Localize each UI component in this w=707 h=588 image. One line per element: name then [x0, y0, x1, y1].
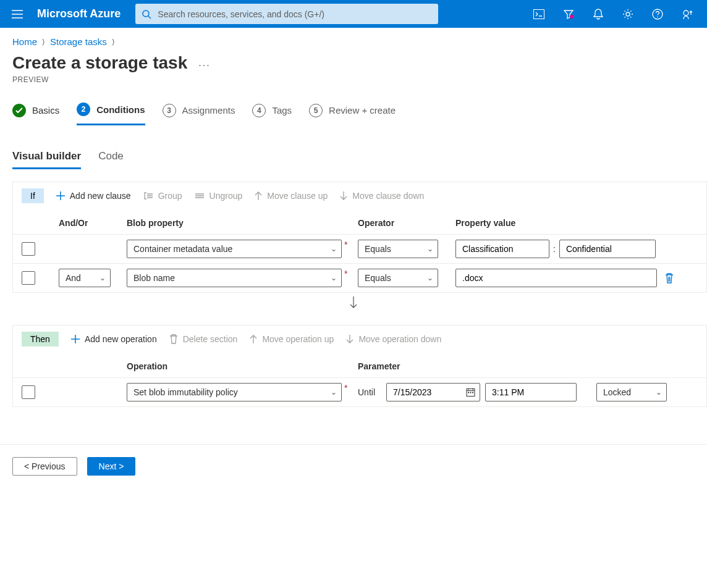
group-button: Group	[143, 191, 182, 201]
check-icon	[12, 104, 26, 117]
header-parameter: Parameter	[358, 361, 400, 371]
subtabs: Visual builder Code	[0, 125, 707, 169]
if-panel: If Add new clause Group Ungroup Move cla…	[12, 182, 707, 293]
step-tags[interactable]: 4 Tags	[252, 103, 292, 125]
andor-select[interactable]: And	[59, 269, 111, 287]
move-op-up-button: Move operation up	[250, 334, 334, 344]
svg-point-6	[684, 10, 688, 15]
flow-arrow-icon	[0, 293, 707, 313]
step-conditions[interactable]: 2 Conditions	[77, 103, 145, 125]
value-input[interactable]	[455, 269, 657, 287]
previous-button[interactable]: < Previous	[12, 457, 77, 476]
header-blob-property: Blob property	[127, 218, 358, 228]
then-panel: Then Add new operation Delete section Mo…	[12, 325, 707, 407]
required-marker: *	[344, 383, 347, 393]
operation-select[interactable]: Set blob immutability policy	[127, 383, 342, 401]
delete-section-button: Delete section	[169, 334, 238, 344]
blob-property-select[interactable]: Container metadata value	[127, 240, 342, 258]
preview-label: PREVIEW	[0, 73, 707, 84]
value-key-input[interactable]	[455, 240, 549, 258]
breadcrumb: Home ⟩ Storage tasks ⟩	[0, 28, 707, 47]
if-pill: If	[22, 188, 44, 203]
svg-rect-9	[470, 392, 472, 393]
operator-select[interactable]: Equals	[358, 269, 438, 287]
notifications-icon[interactable]	[583, 0, 613, 28]
tab-visual-builder[interactable]: Visual builder	[12, 150, 81, 169]
svg-point-5	[657, 16, 658, 17]
required-marker: *	[344, 269, 347, 279]
breadcrumb-storage-tasks[interactable]: Storage tasks	[50, 36, 107, 47]
ungroup-icon	[195, 191, 205, 200]
header-property-value: Property value	[455, 218, 698, 228]
svg-point-3	[626, 12, 630, 16]
brand-label[interactable]: Microsoft Azure	[37, 7, 121, 20]
chevron-right-icon: ⟩	[112, 38, 115, 46]
value-val-input[interactable]	[559, 240, 656, 258]
page-title: Create a storage task	[12, 53, 187, 73]
feedback-icon[interactable]	[672, 0, 702, 28]
header-andor: And/Or	[59, 218, 127, 228]
plus-icon	[71, 335, 80, 343]
if-grid-header: And/Or Blob property Operator Property v…	[13, 209, 706, 234]
arrow-down-icon	[346, 335, 354, 343]
calendar-icon[interactable]	[466, 388, 475, 397]
row-checkbox[interactable]	[22, 242, 35, 256]
add-clause-button[interactable]: Add new clause	[56, 191, 131, 201]
add-operation-button[interactable]: Add new operation	[71, 334, 157, 344]
header-operator: Operator	[358, 218, 455, 228]
header-operation: Operation	[127, 361, 358, 371]
arrow-up-icon	[255, 191, 262, 200]
search-wrap	[135, 4, 438, 24]
group-icon	[143, 191, 153, 200]
if-toolbar: If Add new clause Group Ungroup Move cla…	[13, 182, 706, 209]
operator-select[interactable]: Equals	[358, 240, 438, 258]
clause-row: And ⌄ Blob name ⌄ * Equals ⌄	[13, 263, 706, 292]
plus-icon	[56, 191, 65, 200]
step-basics[interactable]: Basics	[12, 103, 59, 125]
menu-icon[interactable]	[5, 2, 30, 27]
operation-row: Set blob immutability policy ⌄ * Until L…	[13, 377, 706, 406]
settings-icon[interactable]	[613, 0, 643, 28]
blob-property-select[interactable]: Blob name	[127, 269, 342, 287]
until-label: Until	[358, 387, 375, 397]
move-clause-up-button: Move clause up	[255, 191, 328, 201]
page-title-row: Create a storage task ···	[0, 47, 707, 73]
then-toolbar: Then Add new operation Delete section Mo…	[13, 326, 706, 353]
topbar: Microsoft Azure	[0, 0, 707, 28]
help-icon[interactable]	[643, 0, 672, 28]
more-actions-button[interactable]: ···	[198, 60, 210, 71]
arrow-up-icon	[250, 335, 257, 343]
mode-select[interactable]: Locked	[596, 383, 667, 401]
svg-rect-8	[468, 392, 469, 393]
stepper: Basics 2 Conditions 3 Assignments 4 Tags…	[0, 84, 707, 125]
arrow-down-icon	[340, 191, 347, 200]
move-op-down-button: Move operation down	[346, 334, 441, 344]
colon-separator: :	[553, 244, 556, 254]
cloud-shell-icon[interactable]	[524, 0, 554, 28]
then-pill: Then	[22, 332, 59, 346]
move-clause-down-button: Move clause down	[340, 191, 424, 201]
next-button[interactable]: Next >	[87, 457, 136, 476]
svg-rect-1	[534, 9, 544, 19]
step-assignments[interactable]: 3 Assignments	[163, 103, 235, 125]
step-review[interactable]: 5 Review + create	[309, 103, 396, 125]
required-marker: *	[344, 240, 347, 250]
row-checkbox[interactable]	[22, 271, 35, 285]
row-checkbox[interactable]	[22, 385, 35, 399]
svg-point-2	[570, 15, 574, 19]
time-input[interactable]	[485, 383, 577, 401]
search-icon	[142, 9, 151, 19]
search-input[interactable]	[135, 4, 438, 24]
trash-icon	[169, 334, 178, 344]
clause-row: Container metadata value ⌄ * Equals ⌄ :	[13, 234, 706, 263]
footer: < Previous Next >	[0, 444, 707, 488]
breadcrumb-home[interactable]: Home	[12, 36, 37, 47]
chevron-right-icon: ⟩	[42, 38, 45, 46]
delete-row-button[interactable]	[664, 272, 674, 284]
then-grid-header: Operation Parameter	[13, 353, 706, 377]
filter-icon[interactable]	[554, 0, 583, 28]
svg-rect-10	[472, 392, 473, 393]
tab-code[interactable]: Code	[98, 150, 124, 169]
ungroup-button: Ungroup	[195, 191, 243, 201]
svg-point-0	[143, 10, 149, 17]
